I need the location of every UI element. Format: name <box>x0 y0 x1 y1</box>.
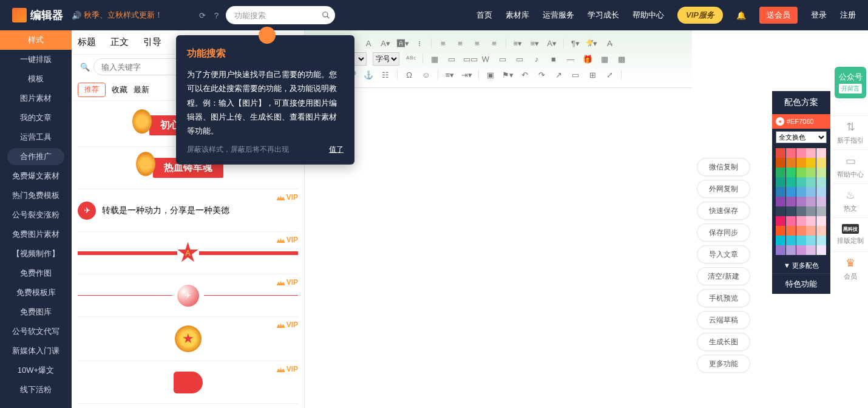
qr-icon[interactable]: ▩ <box>616 55 627 64</box>
color-swatch[interactable] <box>786 245 796 255</box>
wechat-comment-badge[interactable]: 公众号 开留言 <box>835 67 866 98</box>
style-card[interactable]: VIP <box>78 361 298 404</box>
color-swatch[interactable] <box>786 197 796 206</box>
sidebar-item-articles[interactable]: 我的文章 <box>0 108 72 127</box>
tab-guide[interactable]: 引导 <box>143 36 161 48</box>
color-swatch[interactable] <box>796 216 806 226</box>
nav-help[interactable]: 帮助中心 <box>632 10 664 21</box>
action-sync[interactable]: 保存同步 <box>697 223 750 242</box>
color-swatch[interactable] <box>816 236 826 245</box>
sidebar-item-ghostwrite[interactable]: 公号软文代写 <box>0 322 72 341</box>
nav-material[interactable]: 素材库 <box>506 10 529 21</box>
color-swatch[interactable] <box>816 177 826 187</box>
style-card[interactable]: VIP ✈转载是一种动力，分享是一种美德 <box>78 189 298 232</box>
login-link[interactable]: 登录 <box>811 10 827 21</box>
sidebar-item-tools[interactable]: 运营工具 <box>0 127 72 147</box>
style-card[interactable]: VIP ✈ <box>78 274 298 317</box>
color-swatch[interactable] <box>796 177 806 187</box>
sidebar-item-hotarticle[interactable]: 免费爆文素材 <box>0 166 72 186</box>
color-swatch[interactable] <box>806 206 816 216</box>
gift-icon[interactable]: 🎁 <box>582 55 593 64</box>
grid-icon[interactable]: ⊞ <box>587 70 598 80</box>
color-swatch[interactable] <box>786 158 796 168</box>
image-icon[interactable]: ▭ <box>446 55 457 64</box>
align-left-icon[interactable]: ≡ <box>438 39 449 48</box>
calendar-icon[interactable]: ▦ <box>599 55 610 64</box>
bgcolor-icon[interactable]: 🅰▾ <box>397 39 408 48</box>
color-swatch[interactable] <box>806 158 816 168</box>
action-quicksave[interactable]: 快速保存 <box>697 202 750 220</box>
sidebar-item-coop[interactable]: 合作推广 <box>7 148 64 165</box>
color-swatch[interactable] <box>806 187 816 197</box>
format-icon[interactable]: ¶▾ <box>570 39 581 48</box>
color-swatch[interactable] <box>806 245 816 255</box>
action-import[interactable]: 导入文章 <box>697 245 750 264</box>
flag2-icon[interactable]: ⚑▾ <box>502 70 513 80</box>
color-swatch[interactable] <box>786 177 796 187</box>
color-swatch[interactable] <box>816 197 826 206</box>
color-swatch[interactable] <box>786 216 796 226</box>
nav-service[interactable]: 运营服务 <box>543 10 574 21</box>
sidebar-item-hottpl[interactable]: 热门免费模板 <box>0 186 72 205</box>
emoji-icon[interactable]: ☺ <box>421 70 432 80</box>
color-swatch[interactable] <box>806 216 816 226</box>
action-clear[interactable]: 清空/新建 <box>697 267 750 285</box>
font-size-select[interactable]: 字号 <box>373 52 399 66</box>
color-swatch[interactable] <box>806 148 816 158</box>
music-icon[interactable]: ♪ <box>531 55 542 64</box>
fullscreen-icon[interactable]: ⤢ <box>604 70 615 80</box>
color-swatch[interactable] <box>786 148 796 158</box>
color-swatch[interactable] <box>816 226 826 236</box>
word-icon[interactable]: W <box>480 55 491 64</box>
announcement[interactable]: 🔊 秋季、立秋样式更新！ <box>72 10 163 21</box>
color-swatch[interactable] <box>786 187 796 197</box>
recolor-mode-select[interactable]: 全文换色 <box>776 131 827 143</box>
border-icon[interactable]: ▭ <box>570 70 581 80</box>
sidebar-item-offline[interactable]: 线下活粉 <box>0 380 72 399</box>
sidebar-item-10w[interactable]: 10W+爆文 <box>0 361 72 380</box>
action-longimg[interactable]: 生成长图 <box>697 333 750 351</box>
color-swatch[interactable] <box>776 206 785 216</box>
rail-help[interactable]: ▭帮助中心 <box>833 149 868 183</box>
color-swatch[interactable] <box>806 236 816 245</box>
tab-body[interactable]: 正文 <box>110 36 129 48</box>
align-center-icon[interactable]: ≡ <box>455 39 466 48</box>
tooltip-dismiss-button[interactable]: 值了 <box>329 143 344 157</box>
special-features-button[interactable]: 特色功能 <box>772 273 830 294</box>
color-swatch[interactable] <box>816 168 826 177</box>
sidebar-item-layout[interactable]: 一键排版 <box>0 50 72 69</box>
color-swatch[interactable] <box>796 226 806 236</box>
sidebar-item-image[interactable]: 图片素材 <box>0 89 72 108</box>
color-swatch[interactable] <box>816 216 826 226</box>
chip-newest[interactable]: 最新 <box>134 84 149 95</box>
undo-icon[interactable]: ↶ <box>519 70 530 80</box>
sidebar-item-template[interactable]: 模板 <box>0 69 72 89</box>
color-swatch[interactable] <box>776 187 785 197</box>
sidebar-item-freedesign[interactable]: 免费作图 <box>0 264 72 283</box>
lineheight-icon[interactable]: A▾ <box>546 39 557 48</box>
font-icon[interactable]: A <box>363 39 374 48</box>
color-swatch[interactable] <box>796 197 806 206</box>
refresh-icon[interactable]: ⟳ <box>199 11 206 20</box>
color-swatch[interactable] <box>776 245 785 255</box>
rail-custom[interactable]: 黑科技排版定制 <box>833 217 868 251</box>
chip-favorite[interactable]: 收藏 <box>112 84 127 95</box>
color-swatch[interactable] <box>816 148 826 158</box>
color-swatch[interactable] <box>786 236 796 245</box>
color-swatch[interactable] <box>796 158 806 168</box>
action-more[interactable]: 更多功能 <box>697 355 750 373</box>
omega-icon[interactable]: Ω <box>404 70 415 80</box>
color-swatch[interactable] <box>816 206 826 216</box>
sidebar-item-fission[interactable]: 公号裂变涨粉 <box>0 205 72 225</box>
thumb-icon[interactable]: ▭ <box>514 55 525 64</box>
rail-guide[interactable]: ⇅新手指引 <box>833 115 868 149</box>
logo[interactable]: 编辑器 <box>12 8 63 22</box>
color-swatch[interactable] <box>776 197 785 206</box>
sidebar-item-video[interactable]: 【视频制作】 <box>0 244 72 264</box>
action-preview[interactable]: 手机预览 <box>697 289 750 307</box>
chip-recommended[interactable]: 推荐 <box>78 83 106 97</box>
color-swatch[interactable] <box>806 177 816 187</box>
style-card[interactable]: VIP <box>78 317 298 361</box>
rail-hot[interactable]: ♨热文 <box>833 183 868 217</box>
send-member-button[interactable]: 送会员 <box>759 7 798 24</box>
